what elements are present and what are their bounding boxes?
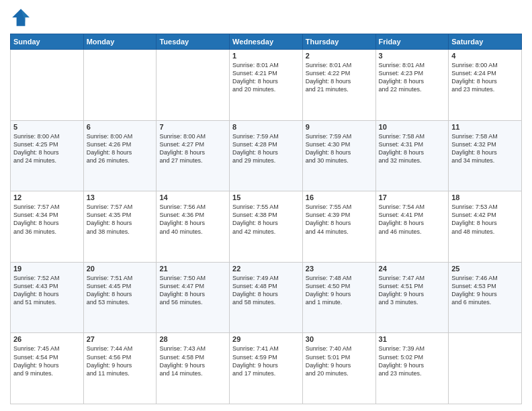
cell-text-line: Daylight: 8 hours bbox=[232, 290, 300, 298]
cell-text-line: and 44 minutes. bbox=[306, 228, 373, 236]
cell-text-line: Sunrise: 7:48 AM bbox=[306, 274, 373, 282]
cell-text-line: and 58 minutes. bbox=[232, 298, 300, 306]
cell-text-line: Sunset: 4:35 PM bbox=[87, 211, 154, 219]
cell-text-line: and 23 minutes. bbox=[379, 369, 446, 377]
cell-text-line: Sunset: 5:01 PM bbox=[306, 353, 373, 361]
cell-text-line: Sunset: 4:24 PM bbox=[451, 69, 519, 77]
cell-text-line: and 40 minutes. bbox=[159, 228, 226, 236]
cell-text-line: Sunrise: 7:59 AM bbox=[306, 132, 373, 140]
cell-text-line: and 53 minutes. bbox=[87, 298, 154, 306]
cell-text-line: Sunrise: 7:55 AM bbox=[306, 203, 373, 211]
calendar-cell bbox=[157, 50, 230, 121]
cell-text-line: Daylight: 8 hours bbox=[87, 148, 154, 156]
cell-text-line: Sunset: 4:47 PM bbox=[159, 282, 226, 290]
cell-text-line: Daylight: 8 hours bbox=[13, 290, 81, 298]
calendar-cell: 9Sunrise: 7:59 AMSunset: 4:30 PMDaylight… bbox=[302, 120, 375, 191]
calendar-cell: 13Sunrise: 7:57 AMSunset: 4:35 PMDayligh… bbox=[83, 191, 157, 263]
cell-text-line: Sunset: 4:58 PM bbox=[159, 353, 226, 361]
day-number: 26 bbox=[13, 335, 81, 343]
cell-text-line: and 1 minute. bbox=[306, 298, 373, 306]
cell-text-line: Sunset: 4:28 PM bbox=[232, 140, 300, 148]
cell-text-line: Sunset: 4:53 PM bbox=[451, 282, 519, 290]
cell-text-line: and 17 minutes. bbox=[232, 369, 300, 377]
day-number: 10 bbox=[379, 123, 446, 131]
cell-text-line: Sunrise: 7:45 AM bbox=[13, 345, 81, 353]
weekday-header-tuesday: Tuesday bbox=[157, 34, 230, 50]
cell-text-line: Daylight: 9 hours bbox=[379, 361, 446, 369]
cell-text-line: Daylight: 9 hours bbox=[379, 290, 446, 298]
cell-text-line: and 9 minutes. bbox=[13, 369, 81, 377]
day-number: 8 bbox=[232, 123, 300, 131]
cell-text-line: Sunset: 4:54 PM bbox=[13, 353, 81, 361]
cell-text-line: Sunrise: 7:51 AM bbox=[87, 274, 154, 282]
cell-text-line: Sunrise: 7:53 AM bbox=[451, 203, 519, 211]
cell-text-line: Daylight: 9 hours bbox=[87, 361, 154, 369]
cell-text-line: Daylight: 8 hours bbox=[87, 219, 154, 227]
day-number: 12 bbox=[13, 193, 81, 201]
calendar-cell bbox=[83, 50, 157, 121]
day-number: 31 bbox=[379, 335, 446, 343]
logo bbox=[10, 7, 34, 28]
cell-text-line: Daylight: 9 hours bbox=[306, 361, 373, 369]
cell-text-line: Sunrise: 8:00 AM bbox=[87, 132, 154, 140]
cell-text-line: Sunrise: 7:58 AM bbox=[379, 132, 446, 140]
cell-text-line: Sunrise: 7:58 AM bbox=[451, 132, 519, 140]
cell-text-line: Sunset: 4:30 PM bbox=[306, 140, 373, 148]
calendar-cell: 25Sunrise: 7:46 AMSunset: 4:53 PMDayligh… bbox=[449, 262, 522, 333]
cell-text-line: Sunrise: 8:00 AM bbox=[451, 61, 519, 69]
cell-text-line: and 30 minutes. bbox=[306, 156, 373, 165]
calendar-cell: 27Sunrise: 7:44 AMSunset: 4:56 PMDayligh… bbox=[83, 333, 157, 404]
cell-text-line: and 22 minutes. bbox=[379, 85, 446, 93]
cell-text-line: Daylight: 8 hours bbox=[232, 77, 300, 85]
cell-text-line: Sunrise: 7:39 AM bbox=[379, 345, 446, 353]
cell-text-line: and 46 minutes. bbox=[379, 228, 446, 236]
cell-text-line: and 51 minutes. bbox=[13, 298, 81, 306]
cell-text-line: Sunset: 4:42 PM bbox=[451, 211, 519, 219]
cell-text-line: and 32 minutes. bbox=[379, 156, 446, 165]
day-number: 5 bbox=[13, 123, 81, 131]
calendar-cell: 29Sunrise: 7:41 AMSunset: 4:59 PMDayligh… bbox=[230, 333, 303, 404]
cell-text-line: Sunrise: 7:55 AM bbox=[232, 203, 300, 211]
day-number: 15 bbox=[232, 193, 300, 201]
cell-text-line: and 34 minutes. bbox=[451, 156, 519, 165]
week-row-1: 1Sunrise: 8:01 AMSunset: 4:21 PMDaylight… bbox=[11, 50, 522, 121]
weekday-header-row: SundayMondayTuesdayWednesdayThursdayFrid… bbox=[11, 34, 522, 50]
cell-text-line: and 27 minutes. bbox=[159, 156, 226, 165]
cell-text-line: Sunrise: 7:49 AM bbox=[232, 274, 300, 282]
calendar-cell: 30Sunrise: 7:40 AMSunset: 5:01 PMDayligh… bbox=[302, 333, 375, 404]
cell-text-line: Daylight: 8 hours bbox=[13, 219, 81, 227]
day-number: 7 bbox=[159, 123, 226, 131]
cell-text-line: Sunset: 4:56 PM bbox=[87, 353, 154, 361]
cell-text-line: Daylight: 8 hours bbox=[13, 148, 81, 156]
cell-text-line: Daylight: 9 hours bbox=[13, 361, 81, 369]
calendar-cell: 7Sunrise: 8:00 AMSunset: 4:27 PMDaylight… bbox=[157, 120, 230, 191]
day-number: 3 bbox=[379, 52, 446, 60]
cell-text-line: Sunrise: 7:57 AM bbox=[87, 203, 154, 211]
day-number: 9 bbox=[306, 123, 373, 131]
logo-icon bbox=[10, 7, 32, 28]
cell-text-line: Sunset: 4:51 PM bbox=[379, 282, 446, 290]
cell-text-line: Sunset: 4:41 PM bbox=[379, 211, 446, 219]
weekday-header-friday: Friday bbox=[375, 34, 449, 50]
day-number: 13 bbox=[87, 193, 154, 201]
day-number: 24 bbox=[379, 265, 446, 273]
cell-text-line: Sunset: 4:31 PM bbox=[379, 140, 446, 148]
day-number: 25 bbox=[451, 265, 519, 273]
cell-text-line: and 26 minutes. bbox=[87, 156, 154, 165]
cell-text-line: Sunrise: 7:46 AM bbox=[451, 274, 519, 282]
calendar-cell: 15Sunrise: 7:55 AMSunset: 4:38 PMDayligh… bbox=[230, 191, 303, 263]
calendar-cell: 6Sunrise: 8:00 AMSunset: 4:26 PMDaylight… bbox=[83, 120, 157, 191]
cell-text-line: Daylight: 8 hours bbox=[451, 77, 519, 85]
cell-text-line: Sunset: 4:59 PM bbox=[232, 353, 300, 361]
week-row-2: 5Sunrise: 8:00 AMSunset: 4:25 PMDaylight… bbox=[11, 120, 522, 191]
cell-text-line: Sunrise: 7:44 AM bbox=[87, 345, 154, 353]
day-number: 20 bbox=[87, 265, 154, 273]
cell-text-line: Sunrise: 7:47 AM bbox=[379, 274, 446, 282]
cell-text-line: Daylight: 8 hours bbox=[159, 290, 226, 298]
cell-text-line: Daylight: 8 hours bbox=[306, 148, 373, 156]
cell-text-line: Daylight: 8 hours bbox=[306, 219, 373, 227]
cell-text-line: Sunrise: 7:59 AM bbox=[232, 132, 300, 140]
day-number: 30 bbox=[306, 335, 373, 343]
calendar-cell: 12Sunrise: 7:57 AMSunset: 4:34 PMDayligh… bbox=[11, 191, 84, 263]
weekday-header-sunday: Sunday bbox=[11, 34, 84, 50]
